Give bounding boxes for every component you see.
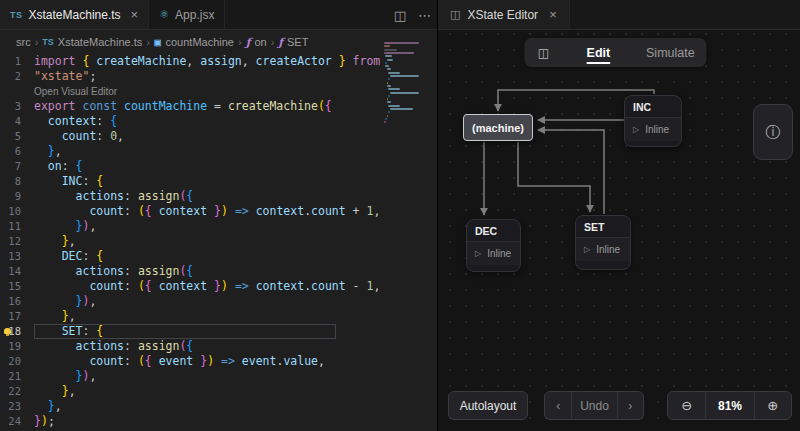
action-label: Inline <box>645 124 669 135</box>
symbol-variable-icon: ▣ <box>154 38 162 47</box>
zoom-out-icon[interactable]: ⊖ <box>668 392 705 419</box>
line-number: 2 <box>0 69 34 84</box>
tab-app-jsx[interactable]: ⚛ App.jsx <box>149 0 225 29</box>
action-row[interactable]: ▷Inline <box>467 242 520 265</box>
lightbulb-icon[interactable] <box>4 328 11 334</box>
minimap-line <box>385 65 389 67</box>
code-area: 1import { createMachine, assign, createA… <box>0 54 437 431</box>
code-text[interactable]: count: ({ context }) => context.count - … <box>34 279 380 294</box>
code-text[interactable]: }), <box>34 294 96 309</box>
code-text[interactable]: export const countMachine = createMachin… <box>34 99 332 114</box>
code-text[interactable]: }, <box>34 234 76 249</box>
code-text[interactable]: DEC: { <box>34 249 103 264</box>
line-number: 17 <box>0 309 34 324</box>
code-line-18: 18 SET: { <box>0 324 437 339</box>
line-number: 12 <box>0 234 34 249</box>
transition-edge-4[interactable] <box>518 142 590 212</box>
info-icon: ⓘ <box>766 123 781 142</box>
code-text[interactable]: "xstate"; <box>34 69 96 84</box>
event-label: DEC <box>467 220 520 242</box>
info-button[interactable]: ⓘ <box>753 104 793 160</box>
line-number: 3 <box>0 99 34 114</box>
minimap-line <box>387 82 388 84</box>
tab-edit[interactable]: Edit <box>562 38 634 67</box>
close-icon[interactable]: × <box>549 8 557 21</box>
code-text[interactable]: actions: assign({ <box>34 189 193 204</box>
code-text[interactable]: count: 0, <box>34 129 124 144</box>
code-text[interactable]: actions: assign({ <box>34 339 193 354</box>
undo-prev-icon[interactable]: ‹ <box>545 392 571 419</box>
action-row[interactable]: ▷Inline <box>576 238 630 261</box>
code-text[interactable]: on: { <box>34 159 83 174</box>
code-line-22: 22 }, <box>0 384 437 399</box>
split-editor-icon[interactable]: ◫ <box>394 8 406 23</box>
line-number: 4 <box>0 114 34 129</box>
code-line-5: 5 count: 0, <box>0 129 437 144</box>
code-lens-link[interactable]: Open Visual Editor <box>34 84 117 99</box>
code-line-21: 21 }), <box>0 369 437 384</box>
code-text[interactable]: }, <box>34 384 76 399</box>
autolayout-button[interactable]: Autolayout <box>448 391 528 420</box>
state-node-dec[interactable]: DEC▷Inline <box>466 219 521 272</box>
line-number: 15 <box>0 279 34 294</box>
panel-layout-icon[interactable]: ◫ <box>524 38 562 67</box>
breadcrumb-label: countMachine <box>165 36 234 48</box>
line-number: 8 <box>0 174 34 189</box>
state-node-inc[interactable]: INC▷Inline <box>624 95 682 147</box>
code-text[interactable]: INC: { <box>34 174 103 189</box>
breadcrumb-item-xstatemachine.ts[interactable]: TSXstateMachine.ts <box>42 36 142 48</box>
code-lens-row: Open Visual Editor <box>0 84 437 99</box>
code-text[interactable]: count: ({ event }) => event.value, <box>34 354 325 369</box>
code-text[interactable]: count: ({ context }) => context.count + … <box>34 204 380 219</box>
minimap-line <box>387 68 391 70</box>
symbol-method-icon: ƒ <box>278 36 283 49</box>
code-text[interactable]: SET: { <box>34 324 103 339</box>
code-line-14: 14 actions: assign({ <box>0 264 437 279</box>
typescript-icon: TS <box>10 10 23 20</box>
code-line-11: 11 }), <box>0 219 437 234</box>
line-number: 20 <box>0 354 34 369</box>
breadcrumb-separator: › <box>146 36 150 48</box>
code-text[interactable]: import { createMachine, assign, createAc… <box>34 54 380 69</box>
code-text[interactable]: }); <box>34 414 55 429</box>
breadcrumb-item-countmachine[interactable]: ▣countMachine <box>154 36 234 48</box>
code-text[interactable]: }), <box>34 369 96 384</box>
code-text[interactable]: }, <box>34 399 62 414</box>
code-line-16: 16 }), <box>0 294 437 309</box>
zoom-level[interactable]: 81% <box>705 392 753 419</box>
code-line-24: 24}); <box>0 414 437 429</box>
transition-edge-3[interactable] <box>538 130 604 214</box>
state-node-machine[interactable]: (machine) <box>463 114 533 141</box>
code-text[interactable]: actions: assign({ <box>34 264 193 279</box>
minimap[interactable] <box>384 42 432 130</box>
breadcrumb-item-set[interactable]: ƒSET <box>278 36 308 49</box>
code-line-13: 13 DEC: { <box>0 249 437 264</box>
code-line-8: 8 INC: { <box>0 174 437 189</box>
minimap-line <box>388 105 400 107</box>
line-number: 13 <box>0 249 34 264</box>
state-node-set[interactable]: SET▷Inline <box>575 215 631 270</box>
code-text[interactable]: }), <box>34 219 96 234</box>
line-number: 11 <box>0 219 34 234</box>
undo-button[interactable]: Undo <box>571 392 616 419</box>
line-number: 14 <box>0 264 34 279</box>
more-actions-icon[interactable]: ⋯ <box>418 8 431 23</box>
code-text[interactable]: }, <box>34 309 76 324</box>
zoom-in-icon[interactable]: ⊕ <box>754 392 791 419</box>
line-number: 5 <box>0 129 34 144</box>
breadcrumb-item-on[interactable]: ƒon <box>246 36 267 49</box>
minimap-line <box>390 92 419 94</box>
tab-simulate[interactable]: Simulate <box>634 38 706 67</box>
line-number: 22 <box>0 384 34 399</box>
tab-xstate-editor[interactable]: ◫ XState Editor × <box>438 0 570 29</box>
redo-next-icon[interactable]: › <box>617 392 643 419</box>
breadcrumb-item-src[interactable]: src <box>16 36 31 48</box>
action-row[interactable]: ▷Inline <box>625 118 681 141</box>
minimap-line <box>384 45 390 47</box>
code-text[interactable]: context: { <box>34 114 117 129</box>
code-text[interactable]: }, <box>34 144 62 159</box>
xstate-canvas[interactable]: ◫ Edit Simulate ⓘ Autolayout ‹ Undo › ⊖ … <box>438 0 800 431</box>
minimap-line <box>387 115 388 117</box>
tab-xstatemachine-ts[interactable]: TS XstateMachine.ts × <box>0 0 149 29</box>
close-icon[interactable]: × <box>131 8 139 21</box>
